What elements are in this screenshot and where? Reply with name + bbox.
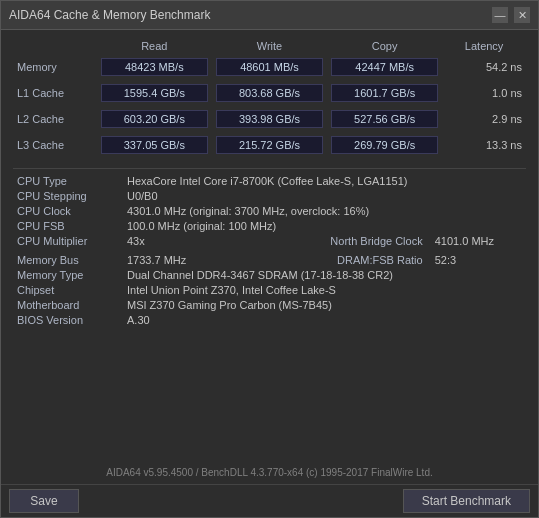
- bench-row-label: Memory: [13, 56, 97, 78]
- bench-row-latency: 54.2 ns: [442, 56, 526, 78]
- bench-row-latency: 2.9 ns: [442, 108, 526, 130]
- bottom-bar: Save Start Benchmark: [1, 484, 538, 517]
- table-row: BIOS Version A.30: [13, 312, 526, 327]
- bench-row-write: 803.68 GB/s: [212, 82, 327, 104]
- minimize-button[interactable]: —: [492, 7, 508, 23]
- bench-row-latency: 13.3 ns: [442, 134, 526, 156]
- footer-text: AIDA64 v5.95.4500 / BenchDLL 4.3.770-x64…: [13, 463, 526, 480]
- window-title: AIDA64 Cache & Memory Benchmark: [9, 8, 210, 22]
- table-row: CPU Type HexaCore Intel Core i7-8700K (C…: [13, 173, 526, 188]
- bench-row-copy: 269.79 GB/s: [327, 134, 442, 156]
- bench-row-copy: 527.56 GB/s: [327, 108, 442, 130]
- bench-row: Memory 48423 MB/s 48601 MB/s 42447 MB/s …: [13, 56, 526, 78]
- cpu-stepping-label: CPU Stepping: [13, 188, 123, 203]
- memory-bus-label: Memory Bus: [13, 252, 123, 267]
- bench-row: L1 Cache 1595.4 GB/s 803.68 GB/s 1601.7 …: [13, 82, 526, 104]
- motherboard-label: Motherboard: [13, 297, 123, 312]
- bios-value: A.30: [123, 312, 526, 327]
- chipset-value: Intel Union Point Z370, Intel Coffee Lak…: [123, 282, 526, 297]
- col-header-latency: Latency: [442, 38, 526, 56]
- benchmark-table: Read Write Copy Latency Memory 48423 MB/…: [13, 38, 526, 156]
- bios-label: BIOS Version: [13, 312, 123, 327]
- main-window: AIDA64 Cache & Memory Benchmark — ✕ Read…: [0, 0, 539, 518]
- title-bar-controls: — ✕: [492, 7, 530, 23]
- table-row: Chipset Intel Union Point Z370, Intel Co…: [13, 282, 526, 297]
- cpu-fsb-value: 100.0 MHz (original: 100 MHz): [123, 218, 526, 233]
- cpu-type-label: CPU Type: [13, 173, 123, 188]
- bench-row-copy: 42447 MB/s: [327, 56, 442, 78]
- cpu-multiplier-label: CPU Multiplier: [13, 233, 123, 248]
- cpu-clock-label: CPU Clock: [13, 203, 123, 218]
- table-row: Motherboard MSI Z370 Gaming Pro Carbon (…: [13, 297, 526, 312]
- dram-fsb-label: DRAM:FSB Ratio: [283, 252, 431, 267]
- north-bridge-label: North Bridge Clock: [283, 233, 431, 248]
- dram-fsb-value: 52:3: [431, 252, 526, 267]
- bench-row-copy: 1601.7 GB/s: [327, 82, 442, 104]
- memory-type-value: Dual Channel DDR4-3467 SDRAM (17-18-18-3…: [123, 267, 526, 282]
- info-table: CPU Type HexaCore Intel Core i7-8700K (C…: [13, 173, 526, 327]
- table-row: CPU FSB 100.0 MHz (original: 100 MHz): [13, 218, 526, 233]
- bench-row-read: 603.20 GB/s: [97, 108, 212, 130]
- cpu-stepping-value: U0/B0: [123, 188, 526, 203]
- bench-row: L2 Cache 603.20 GB/s 393.98 GB/s 527.56 …: [13, 108, 526, 130]
- memory-bus-value: 1733.7 MHz: [123, 252, 283, 267]
- cpu-fsb-label: CPU FSB: [13, 218, 123, 233]
- cpu-type-value: HexaCore Intel Core i7-8700K (Coffee Lak…: [123, 173, 526, 188]
- title-bar: AIDA64 Cache & Memory Benchmark — ✕: [1, 1, 538, 30]
- cpu-clock-value: 4301.0 MHz (original: 3700 MHz, overcloc…: [123, 203, 526, 218]
- col-header-write: Write: [212, 38, 327, 56]
- bench-row-read: 48423 MB/s: [97, 56, 212, 78]
- close-button[interactable]: ✕: [514, 7, 530, 23]
- chipset-label: Chipset: [13, 282, 123, 297]
- memory-type-label: Memory Type: [13, 267, 123, 282]
- bench-row-write: 393.98 GB/s: [212, 108, 327, 130]
- motherboard-value: MSI Z370 Gaming Pro Carbon (MS-7B45): [123, 297, 526, 312]
- bench-row-write: 215.72 GB/s: [212, 134, 327, 156]
- bench-row: L3 Cache 337.05 GB/s 215.72 GB/s 269.79 …: [13, 134, 526, 156]
- bench-row-label: L2 Cache: [13, 108, 97, 130]
- start-benchmark-button[interactable]: Start Benchmark: [403, 489, 530, 513]
- col-header-read: Read: [97, 38, 212, 56]
- main-content: Read Write Copy Latency Memory 48423 MB/…: [1, 30, 538, 484]
- north-bridge-value: 4101.0 MHz: [431, 233, 526, 248]
- bench-row-label: L1 Cache: [13, 82, 97, 104]
- bench-row-write: 48601 MB/s: [212, 56, 327, 78]
- bench-row-read: 1595.4 GB/s: [97, 82, 212, 104]
- table-row: Memory Type Dual Channel DDR4-3467 SDRAM…: [13, 267, 526, 282]
- col-header-label: [13, 38, 97, 56]
- table-row: Memory Bus 1733.7 MHz DRAM:FSB Ratio 52:…: [13, 252, 526, 267]
- table-row: CPU Multiplier 43x North Bridge Clock 41…: [13, 233, 526, 248]
- cpu-multiplier-value: 43x: [123, 233, 283, 248]
- table-row: CPU Stepping U0/B0: [13, 188, 526, 203]
- bench-row-latency: 1.0 ns: [442, 82, 526, 104]
- bench-row-read: 337.05 GB/s: [97, 134, 212, 156]
- save-button[interactable]: Save: [9, 489, 79, 513]
- bench-row-label: L3 Cache: [13, 134, 97, 156]
- divider-1: [13, 168, 526, 169]
- col-header-copy: Copy: [327, 38, 442, 56]
- table-row: CPU Clock 4301.0 MHz (original: 3700 MHz…: [13, 203, 526, 218]
